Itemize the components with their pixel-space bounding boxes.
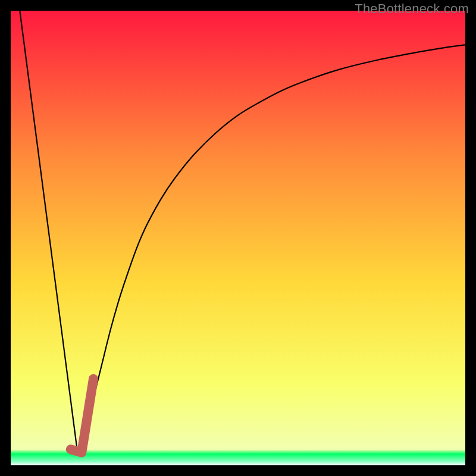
bottleneck-chart: [11, 11, 465, 465]
chart-frame: TheBottleneck.com: [0, 0, 476, 476]
gradient-background: [11, 11, 465, 465]
plot-viewport: [11, 11, 465, 465]
watermark-text: TheBottleneck.com: [355, 1, 469, 17]
